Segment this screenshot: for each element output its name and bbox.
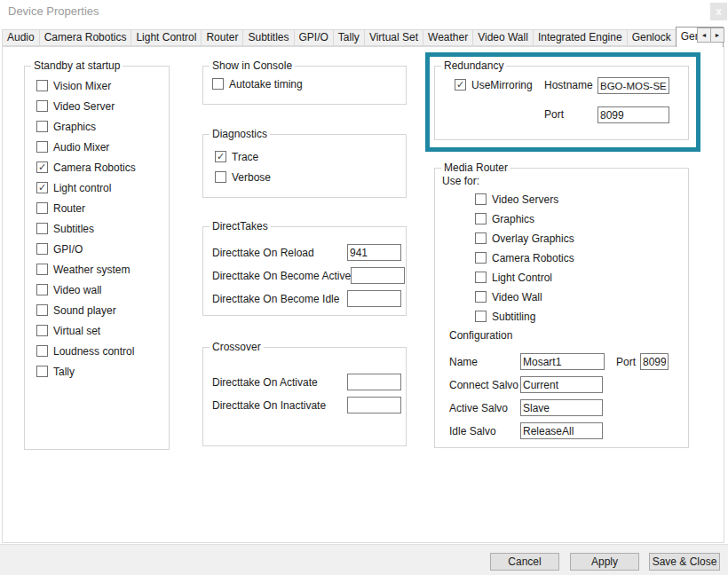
field-input[interactable] — [347, 290, 401, 307]
checkbox-row[interactable]: Audio Mixer — [36, 140, 136, 154]
checkbox[interactable] — [36, 202, 48, 214]
field-input[interactable] — [347, 397, 401, 414]
tab[interactable]: Tally — [333, 29, 365, 46]
checkbox[interactable] — [475, 232, 487, 244]
checkbox[interactable] — [36, 345, 48, 357]
tab[interactable]: Video Wall — [472, 29, 534, 46]
checkbox-row[interactable]: Overlay Graphics — [475, 232, 574, 245]
hostname-input[interactable] — [597, 77, 669, 94]
group-title: Diagnostics — [210, 128, 270, 140]
checkbox[interactable] — [36, 325, 48, 336]
diagnostics-checkbox-list: Trace Verbose — [215, 150, 271, 184]
checkbox[interactable] — [36, 182, 48, 193]
checkbox[interactable] — [475, 272, 487, 283]
checkbox[interactable] — [36, 223, 48, 234]
redundancy-port-input[interactable] — [597, 106, 669, 123]
checkbox-row[interactable]: Virtual set — [36, 324, 136, 337]
show-in-console-checkbox-list: Autotake timing — [212, 77, 303, 91]
field-label: Directtake On Inactivate — [212, 399, 347, 412]
tab[interactable]: GPI/O — [294, 29, 334, 46]
checkbox-row[interactable]: Video wall — [36, 283, 136, 296]
checkbox[interactable] — [36, 80, 48, 91]
use-mirroring-row[interactable]: UseMirroring — [455, 78, 533, 91]
checkbox[interactable] — [36, 141, 48, 153]
group-title: Redundancy — [441, 59, 506, 72]
checkbox-row[interactable]: Trace — [215, 150, 271, 163]
checkbox[interactable] — [475, 193, 487, 205]
field-input[interactable] — [351, 267, 405, 284]
tab[interactable]: Genlock — [627, 29, 677, 46]
checkbox-row[interactable]: Camera Robotics — [36, 161, 136, 174]
checkbox[interactable] — [36, 243, 48, 255]
tab[interactable]: Weather — [423, 29, 473, 46]
tab[interactable]: Subtitles — [242, 29, 294, 46]
checkbox[interactable] — [215, 151, 226, 162]
tab[interactable]: Audio — [2, 29, 40, 46]
name-input[interactable] — [520, 353, 605, 370]
checkbox[interactable] — [475, 311, 487, 322]
checkbox[interactable] — [215, 171, 226, 183]
checkbox-row[interactable]: Router — [36, 201, 136, 215]
checkbox-row[interactable]: Autotake timing — [212, 77, 303, 91]
checkbox[interactable] — [212, 78, 224, 90]
group-redundancy: Redundancy UseMirroring Hostname Port — [434, 66, 689, 140]
tab[interactable]: Camera Robotics — [39, 29, 132, 46]
checkbox-row[interactable]: Sound player — [36, 303, 136, 317]
close-icon[interactable]: x — [710, 3, 727, 20]
checkbox-label: GPI/O — [53, 243, 83, 256]
cancel-button[interactable]: Cancel — [490, 553, 559, 571]
use-mirroring-checkbox[interactable] — [455, 79, 466, 91]
checkbox-row[interactable]: Light control — [36, 181, 136, 194]
checkbox-row[interactable]: Video Wall — [475, 290, 574, 303]
checkbox-row[interactable]: Video Servers — [475, 193, 574, 206]
checkbox[interactable] — [36, 366, 48, 377]
tab-label: Tally — [338, 31, 360, 43]
checkbox[interactable] — [475, 213, 487, 224]
checkbox[interactable] — [475, 252, 487, 264]
use-for-label: Use for: — [442, 175, 479, 187]
field-input[interactable] — [347, 374, 401, 390]
checkbox-row[interactable]: Tally — [36, 365, 136, 378]
field-input[interactable] — [347, 244, 401, 261]
checkbox-row[interactable]: Subtitles — [36, 222, 136, 235]
tab[interactable]: Virtual Set — [364, 29, 423, 46]
checkbox-label: Weather system — [53, 264, 130, 276]
checkbox[interactable] — [36, 100, 48, 112]
idle-salvo-input[interactable] — [520, 422, 603, 439]
active-salvo-input[interactable] — [520, 399, 603, 416]
checkbox[interactable] — [36, 304, 48, 316]
checkbox-row[interactable]: Weather system — [36, 263, 136, 276]
checkbox[interactable] — [36, 121, 48, 132]
tab-scroll-right-icon[interactable]: ► — [710, 28, 724, 43]
checkbox[interactable] — [36, 161, 48, 173]
checkbox-row[interactable]: Graphics — [475, 212, 574, 225]
checkbox-row[interactable]: GPI/O — [36, 242, 136, 256]
field-row: Directtake On Become Idle — [212, 290, 401, 307]
tab-label: Genlock — [632, 31, 671, 43]
checkbox-row[interactable]: Light Control — [475, 271, 574, 284]
checkbox-label: Autotake timing — [229, 78, 303, 91]
checkbox-label: Video Servers — [492, 193, 558, 206]
config-port-input[interactable] — [640, 353, 669, 370]
apply-button[interactable]: Apply — [570, 553, 639, 571]
checkbox-row[interactable]: Vision Mixer — [36, 79, 136, 92]
tab[interactable]: Integrated Engine — [533, 29, 628, 46]
checkbox[interactable] — [36, 264, 48, 275]
tab-scroll-left-icon[interactable]: ◄ — [697, 28, 711, 43]
checkbox-row[interactable]: Camera Robotics — [475, 251, 574, 264]
tab-strip: Audio Camera Robotics Light Control Rout… — [2, 26, 723, 46]
checkbox[interactable] — [475, 291, 487, 303]
tab[interactable]: Light Control — [131, 29, 202, 46]
checkbox-row[interactable]: Loudness control — [36, 344, 136, 358]
tab[interactable]: Router — [201, 29, 243, 46]
checkbox-label: Subtitles — [53, 223, 94, 235]
checkbox-row[interactable]: Graphics — [36, 120, 136, 133]
checkbox-row[interactable]: Verbose — [215, 170, 271, 184]
checkbox[interactable] — [36, 284, 48, 295]
checkbox-row[interactable]: Video Server — [36, 99, 136, 113]
config-port-label: Port — [616, 356, 640, 368]
checkbox-label: Subtitling — [492, 311, 535, 323]
connect-salvo-input[interactable] — [520, 376, 603, 393]
save-close-button[interactable]: Save & Close — [649, 553, 720, 571]
checkbox-row[interactable]: Subtitling — [475, 310, 574, 323]
